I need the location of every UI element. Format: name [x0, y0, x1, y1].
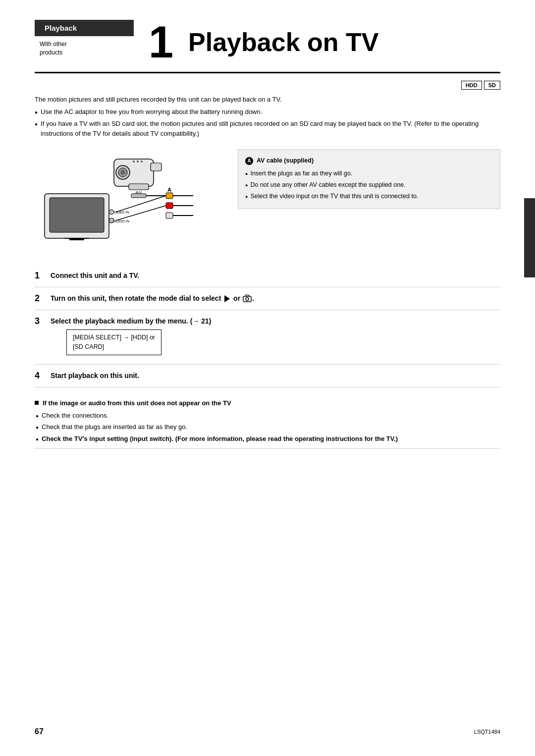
- svg-point-5: [133, 161, 135, 162]
- svg-rect-22: [166, 193, 173, 199]
- svg-rect-8: [129, 184, 149, 190]
- trouble-bullet-2-text: Check that the plugs are inserted as far…: [42, 422, 187, 432]
- page-title: Playback on TV: [188, 27, 378, 57]
- trouble-bullet-1-text: Check the connections.: [42, 411, 108, 421]
- note-bullet-1-text: Insert the plugs as far as they will go.: [250, 168, 352, 178]
- header-area: Playback With otherproducts 1 Playback o…: [35, 20, 500, 73]
- trouble-bullet-1: Check the connections.: [36, 411, 500, 421]
- svg-rect-4: [151, 163, 161, 171]
- menu-box-line1: [MEDIA SELECT] → [HDD] or: [73, 334, 155, 341]
- step-1-number: 1: [35, 270, 45, 281]
- intro-bullet-1-text: Use the AC adaptor to free you from worr…: [41, 107, 262, 117]
- trouble-bullet-3: Check the TV's input setting (input swit…: [36, 434, 500, 444]
- svg-text:A: A: [167, 187, 171, 193]
- note-bullet-1: Insert the plugs as far as they will go.: [245, 168, 493, 178]
- svg-point-3: [120, 170, 125, 175]
- steps-section: 1 Connect this unit and a TV. 2 Turn on …: [35, 265, 500, 387]
- trouble-bullet-3-text: Check the TV's input setting (input swit…: [42, 434, 398, 444]
- trouble-section: If the image or audio from this unit doe…: [35, 395, 500, 449]
- intro-section: The motion pictures and still pictures r…: [35, 95, 500, 139]
- step-3-number: 3: [35, 316, 45, 326]
- step-3-content: Select the playback medium by the menu. …: [51, 316, 500, 358]
- circle-a-label: A: [245, 157, 253, 165]
- note-bullet-3: Select the video input on the TV that th…: [245, 191, 493, 201]
- svg-rect-23: [166, 203, 173, 209]
- note-bullet-3-text: Select the video input on the TV that th…: [250, 191, 418, 201]
- diagram-area: A/V A: [35, 149, 223, 255]
- notes-box: A AV cable (supplied) Insert the plugs a…: [238, 149, 500, 209]
- svg-rect-10: [131, 194, 146, 198]
- svg-rect-15: [50, 198, 104, 232]
- step-4-row: 4 Start playback on this unit.: [35, 365, 500, 387]
- svg-rect-24: [166, 213, 173, 218]
- page-number: 67: [35, 727, 44, 736]
- separator: [35, 448, 500, 449]
- camera-mode-icon: [242, 294, 252, 303]
- playback-tab: Playback: [35, 20, 134, 36]
- square-icon: [35, 401, 39, 405]
- page-container: Playback With otherproducts 1 Playback o…: [0, 0, 535, 756]
- menu-box-line2: [SD CARD]: [73, 343, 104, 350]
- note-bullet-2-text: Do not use any other AV cables except th…: [250, 180, 405, 190]
- sd-badge: SD: [484, 81, 500, 90]
- intro-bullet-1: Use the AC adaptor to free you from worr…: [35, 107, 500, 117]
- svg-rect-30: [243, 296, 251, 302]
- or-text: or: [233, 294, 242, 302]
- note-bullet-2: Do not use any other AV cables except th…: [245, 180, 493, 190]
- svg-point-6: [137, 161, 139, 162]
- doc-code: LSQT1484: [474, 729, 500, 735]
- chapter-number: 1: [149, 20, 173, 64]
- step-1-row: 1 Connect this unit and a TV.: [35, 265, 500, 287]
- note-title: A AV cable (supplied): [245, 156, 493, 165]
- step-3-text: Select the playback medium by the menu. …: [51, 316, 500, 326]
- intro-bullet-2: If you have a TV with an SD card slot, t…: [35, 119, 500, 140]
- main-content: A/V A: [35, 149, 500, 255]
- notes-area: A AV cable (supplied) Insert the plugs a…: [238, 149, 500, 255]
- trouble-title: If the image or audio from this unit doe…: [35, 399, 500, 407]
- svg-rect-32: [246, 295, 249, 296]
- step-2-row: 2 Turn on this unit, then rotate the mod…: [35, 287, 500, 310]
- menu-box: [MEDIA SELECT] → [HDD] or [SD CARD]: [66, 329, 161, 355]
- step-1-text: Connect this unit and a TV.: [51, 270, 139, 281]
- badges-area: HDD SD: [35, 81, 500, 90]
- intro-main-text: The motion pictures and still pictures r…: [35, 95, 500, 105]
- step-2-text: Turn on this unit, then rotate the mode …: [51, 293, 254, 304]
- connection-diagram: A/V A: [35, 149, 218, 253]
- trouble-title-text: If the image or audio from this unit doe…: [43, 399, 231, 407]
- step-2-number: 2: [35, 293, 45, 304]
- svg-point-20: [109, 210, 114, 215]
- intro-bullet-2-text: If you have a TV with an SD card slot, t…: [41, 119, 500, 140]
- right-side-tab: [524, 198, 535, 277]
- with-other-products: With otherproducts: [35, 40, 134, 57]
- play-icon: [224, 295, 230, 302]
- trouble-bullet-2: Check that the plugs are inserted as far…: [36, 422, 500, 432]
- svg-point-7: [141, 161, 143, 162]
- footer: 67 LSQT1484: [0, 727, 535, 736]
- svg-point-21: [109, 218, 114, 223]
- breadcrumb-block: Playback With otherproducts: [35, 20, 134, 57]
- step-3-row: 3 Select the playback medium by the menu…: [35, 310, 500, 365]
- camcorder-icon: A/V A: [114, 159, 173, 198]
- svg-line-25: [116, 196, 166, 212]
- hdd-badge: HDD: [461, 81, 482, 90]
- tv-icon: VIDEO IN AUDIO IN: [45, 193, 193, 239]
- step-4-number: 4: [35, 371, 45, 381]
- step-4-text: Start playback on this unit.: [51, 371, 139, 381]
- note-cable-label: AV cable (supplied): [257, 157, 314, 164]
- svg-point-31: [246, 298, 249, 301]
